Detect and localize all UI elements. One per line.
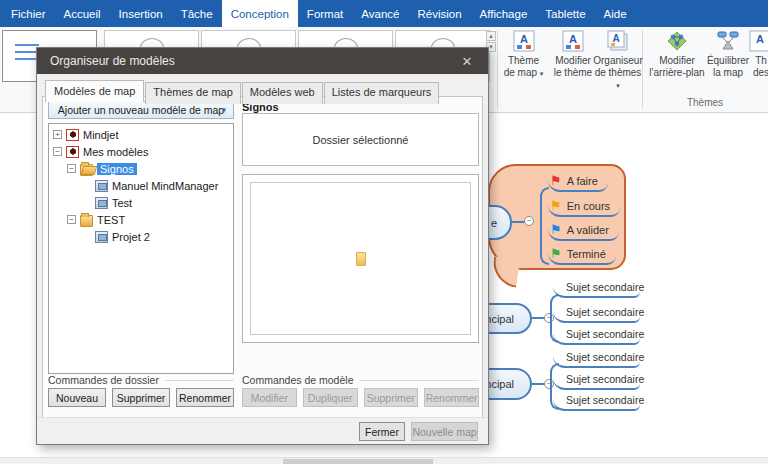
tab-tablette[interactable]: Tablette [536,0,594,27]
tab-accueil[interactable]: Accueil [55,0,110,27]
map-topic-secondaire[interactable]: Sujet secondaire [553,394,640,411]
map-topic-a-faire[interactable]: ⚑ A faire [548,174,608,192]
new-folder-button[interactable]: Nouveau [48,388,106,407]
map-topic-en-cours[interactable]: ⚑ En cours [548,199,620,217]
template-organizer-dialog: Organiseur de modèles ✕ Modèles de map T… [36,47,489,445]
tab-affichage[interactable]: Affichage [471,0,537,27]
balance-map-icon [717,30,739,52]
close-icon[interactable]: ✕ [446,48,488,74]
tree-item-signos[interactable]: − Signos [49,160,233,177]
map-topic-termine[interactable]: ⚑ Terminé [548,247,616,265]
edit-template-button[interactable]: Modifier [242,388,297,407]
branch-line [530,317,545,319]
tab-format[interactable]: Format [298,0,352,27]
green-flag-icon: ⚑ [550,248,562,260]
map-topic-secondaire[interactable]: Sujet secondaire [553,328,640,345]
horizontal-scrollbar[interactable] [0,457,768,464]
tab-revision[interactable]: Révision [408,0,470,27]
svg-text:A: A [756,33,764,45]
tab-conception[interactable]: Conception [222,0,298,27]
tree-item-projet-2[interactable]: Projet 2 [49,228,233,245]
background-icon [666,30,688,52]
theme-icon: A [513,30,535,52]
map-template-icon [95,197,108,209]
folder-selected-message: Dossier sélectionné [313,134,409,146]
tab-fichier[interactable]: Fichier [2,0,55,27]
mindjet-icon [66,129,79,141]
collapse-toggle-icon[interactable]: − [524,216,534,226]
partial-theme-icon: A [749,30,768,52]
tree-item-TEST-folder[interactable]: − TEST [49,211,233,228]
dialog-titlebar[interactable]: Organiseur de modèles ✕ [37,48,488,74]
open-folder-icon [80,164,93,176]
gallery-scroll-up-icon[interactable]: ▲ [486,31,496,41]
map-callout-tail [490,256,520,287]
organiseur-themes-button[interactable]: A Organiseur de thèmes ▾ [592,30,644,92]
new-map-button[interactable]: Nouvelle map [411,422,478,441]
tab-avance[interactable]: Avancé [352,0,408,27]
tree-item-mes-modeles[interactable]: − Mes modèles [49,143,233,160]
theme-de-map-button[interactable]: A Thème de map ▾ [500,30,547,80]
red-flag-icon: ⚑ [550,175,562,187]
svg-text:A: A [612,33,619,44]
map-topic-a-valider[interactable]: ⚑ A valider [548,223,619,241]
modifier-arriere-plan-button[interactable]: Modifier l'arrière-plan [646,30,708,79]
delete-template-button[interactable]: Supprimer [364,388,419,407]
folder-commands-group: Commandes de dossier [48,374,234,386]
template-preview-box [242,174,479,343]
template-tree: + Mindjet − Mes modèles − Signos Manuel … [48,123,234,374]
collapse-icon[interactable]: − [67,164,76,173]
map-topic-secondaire[interactable]: Sujet secondaire [553,373,640,390]
ribbon-group-divider [497,30,498,109]
svg-text:A: A [569,33,577,45]
template-preview-inner [250,182,471,335]
map-template-icon [95,231,108,243]
close-dialog-button[interactable]: Fermer [359,422,405,441]
model-commands-row: Modifier Dupliquer Supprimer Renommer [242,388,479,407]
modifier-theme-button[interactable]: A Modifier le thème [549,30,597,79]
tab-listes-de-marqueurs[interactable]: Listes de marqueurs [324,82,440,104]
collapse-icon[interactable]: − [67,215,76,224]
svg-text:A: A [520,33,528,45]
map-template-icon [95,180,108,192]
folder-info-box: Dossier sélectionné [242,113,479,166]
tree-item-manuel-mindmanager[interactable]: Manuel MindManager [49,177,233,194]
tree-item-test[interactable]: Test [49,194,233,211]
folder-commands-row: Nouveau Supprimer Renommer [48,388,234,407]
mindmanager-app: { "tabbar": { "tabs": [ {"label": "Fichi… [0,0,768,464]
rename-folder-button[interactable]: Renommer [176,388,234,407]
scrollbar-thumb[interactable] [283,459,433,464]
folder-icon [80,215,93,227]
model-commands-group: Commandes de modèle [242,374,479,386]
selected-tree-label: Signos [97,163,137,175]
map-topic-secondaire[interactable]: Sujet secondaire [553,351,640,368]
tab-tache[interactable]: Tâche [172,0,222,27]
orange-flag-icon: ⚑ [550,200,562,212]
duplicate-template-button[interactable]: Dupliquer [303,388,358,407]
edit-theme-icon: A [562,30,584,52]
branch-line [510,221,525,223]
mindjet-icon [66,146,79,158]
dialog-tabstrip: Modèles de map Thèmes de map Modèles web… [37,74,488,102]
dropdown-caret-icon: ▾ [540,70,544,77]
dropdown-caret-icon: ▾ [221,105,226,115]
expand-icon[interactable]: + [53,130,62,139]
rename-template-button[interactable]: Renommer [424,388,479,407]
dialog-title: Organiseur de modèles [50,54,175,68]
collapse-icon[interactable]: − [53,147,62,156]
tab-modeles-de-map[interactable]: Modèles de map [45,80,144,102]
tab-insertion[interactable]: Insertion [110,0,172,27]
tab-aide[interactable]: Aide [595,0,636,27]
map-topic-secondaire[interactable]: Sujet secondaire [553,281,640,298]
tab-modeles-web[interactable]: Modèles web [242,82,323,104]
dropdown-caret-icon: ▾ [616,82,620,89]
ribbon-tabbar: Fichier Accueil Insertion Tâche Concepti… [0,0,768,27]
partial-edge-button[interactable]: A Th des [737,30,768,79]
delete-folder-button[interactable]: Supprimer [112,388,170,407]
tree-item-mindjet[interactable]: + Mindjet [49,126,233,143]
blue-flag-icon: ⚑ [550,224,562,236]
branch-line [530,383,545,385]
ribbon-group-label-themes: Thèmes [642,97,768,108]
tab-themes-de-map[interactable]: Thèmes de map [145,82,240,104]
map-topic-secondaire[interactable]: Sujet secondaire [553,306,640,323]
